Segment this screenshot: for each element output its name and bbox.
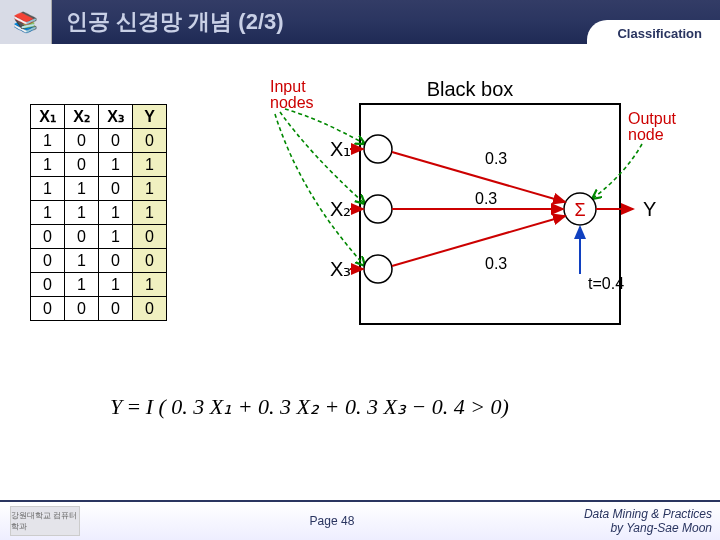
threshold-label: t=0.4: [588, 275, 624, 292]
table-row: 1000: [31, 129, 167, 153]
table-row: 0010: [31, 225, 167, 249]
input-nodes-label: Inputnodes: [270, 78, 314, 111]
output-y: Y: [643, 198, 656, 220]
table-row: 1011: [31, 153, 167, 177]
slide-footer: 강원대학교 컴퓨터학과 Page 48 Data Mining & Practi…: [0, 500, 720, 540]
truth-table: X₁X₂X₃Y 10001011110111110010010001110000: [30, 104, 167, 321]
footer-credit: Data Mining & Practices by Yang-Sae Moon: [584, 507, 720, 536]
table-row: 1101: [31, 177, 167, 201]
weight-2: 0.3: [475, 190, 497, 207]
svg-point-1: [364, 135, 392, 163]
weight-1: 0.3: [485, 150, 507, 167]
header-icon: 📚: [0, 0, 52, 44]
sigma-node: Σ: [574, 200, 585, 220]
table-row: 0111: [31, 273, 167, 297]
svg-point-7: [364, 255, 392, 283]
university-logo: 강원대학교 컴퓨터학과: [10, 506, 80, 536]
blackbox-label: Black box: [427, 78, 514, 100]
table-header: X₃: [99, 105, 133, 129]
table-row: 0100: [31, 249, 167, 273]
table-header: Y: [133, 105, 167, 129]
table-header: X₁: [31, 105, 65, 129]
table-header: X₂: [65, 105, 99, 129]
output-node-label: Outputnode: [628, 110, 677, 143]
category-tag: Classification: [587, 20, 720, 47]
svg-text:X₂: X₂: [330, 198, 351, 220]
svg-text:X₁: X₁: [330, 138, 351, 160]
svg-line-13: [392, 216, 565, 266]
slide-header: 📚 인공 신경망 개념 (2/3) Classification: [0, 0, 720, 44]
table-row: 0000: [31, 297, 167, 321]
slide-content: X₁X₂X₃Y 10001011110111110010010001110000…: [0, 44, 720, 500]
svg-text:X₃: X₃: [330, 258, 351, 280]
table-row: 1111: [31, 201, 167, 225]
perceptron-equation: Y = I ( 0. 3 X₁ + 0. 3 X₂ + 0. 3 X₃ − 0.…: [110, 394, 509, 420]
svg-point-4: [364, 195, 392, 223]
page-number: Page 48: [80, 514, 584, 528]
neural-net-diagram: Black box Inputnodes Outp: [210, 74, 680, 364]
weight-3: 0.3: [485, 255, 507, 272]
